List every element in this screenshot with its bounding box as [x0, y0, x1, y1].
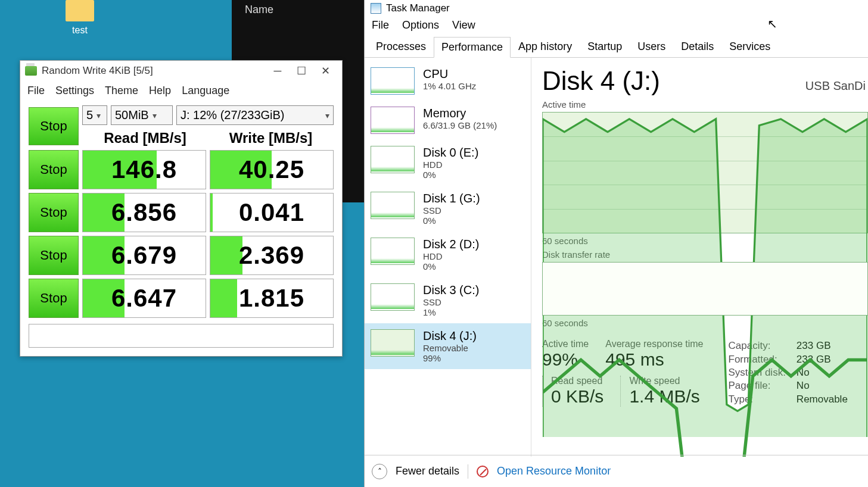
write-value-cell: 2.369 — [210, 236, 334, 275]
tab-users[interactable]: Users — [630, 36, 673, 57]
cdm-app-icon — [25, 66, 37, 76]
open-resource-monitor-link[interactable]: Open Resource Monitor — [497, 465, 611, 477]
sidebar-item-cpu[interactable]: CPU1% 4.01 GHz — [365, 61, 531, 101]
sidebar-item-title: Disk 4 (J:) — [423, 329, 477, 343]
sidebar-thumb — [371, 67, 415, 95]
sidebar-item-sub2: 0% — [423, 261, 479, 271]
desktop-folder-test[interactable]: test — [66, 0, 94, 36]
tm-titlebar[interactable]: Task Manager — [365, 0, 868, 17]
tm-menubar: File Options View — [365, 17, 868, 36]
header-write: Write [MB/s] — [208, 130, 334, 146]
cdm-status-bar — [29, 324, 334, 348]
write-value-cell: 40.25 — [210, 150, 334, 189]
fewer-details-label[interactable]: Fewer details — [396, 465, 459, 477]
disk-model: USB SanDi — [805, 79, 866, 93]
sidebar-item-title: Disk 0 (E:) — [423, 146, 478, 160]
sidebar-item-disk-1-g-[interactable]: Disk 1 (G:)SSD0% — [365, 186, 531, 232]
column-header-name[interactable]: Name — [245, 4, 351, 16]
sidebar-item-sub: 1% 4.01 GHz — [423, 81, 476, 91]
cdm-menubar: File Settings Theme Help Language — [20, 81, 342, 101]
chevron-down-icon: ▾ — [97, 111, 101, 120]
minimize-button[interactable]: ─ — [266, 65, 290, 77]
drive-select[interactable]: J: 12% (27/233GiB)▾ — [176, 105, 334, 125]
sidebar-item-title: CPU — [423, 67, 476, 81]
active-time-chart[interactable] — [542, 112, 868, 233]
runs-select[interactable]: 5▾ — [82, 105, 107, 125]
tab-startup[interactable]: Startup — [580, 36, 630, 57]
cdm-row: Stop6.6471.815 — [29, 279, 334, 318]
tm-menu-file[interactable]: File — [372, 19, 389, 32]
chevron-down-icon: ▾ — [325, 111, 329, 120]
run-test-button[interactable]: Stop — [29, 150, 79, 189]
sidebar-item-sub: SSD — [423, 297, 479, 307]
sidebar-item-sub2: 99% — [423, 353, 477, 363]
cdm-row: Stop6.8560.041 — [29, 193, 334, 232]
cdm-title-text: Random Write 4KiB [5/5] — [42, 65, 153, 77]
close-button[interactable]: ✕ — [313, 64, 337, 77]
run-test-button[interactable]: Stop — [29, 193, 79, 232]
mouse-cursor-icon: ↖ — [767, 17, 777, 31]
read-value-cell: 146.8 — [82, 150, 206, 189]
tm-main-panel: Disk 4 (J:) USB SanDi Active time 60 sec… — [531, 58, 868, 457]
chevron-down-icon: ▾ — [153, 111, 157, 120]
sidebar-item-disk-0-e-[interactable]: Disk 0 (E:)HDD0% — [365, 140, 531, 186]
sidebar-item-memory[interactable]: Memory6.6/31.9 GB (21%) — [365, 101, 531, 140]
sidebar-item-disk-4-j-[interactable]: Disk 4 (J:)Removable99% — [365, 323, 531, 369]
sidebar-item-sub: HDD — [423, 251, 479, 261]
cdm-titlebar[interactable]: Random Write 4KiB [5/5] ─ ☐ ✕ — [20, 61, 342, 81]
read-value-cell: 6.856 — [82, 193, 206, 232]
maximize-button[interactable]: ☐ — [290, 64, 313, 77]
sidebar-thumb — [371, 283, 415, 311]
header-read: Read [MB/s] — [82, 130, 208, 146]
tm-footer: ˄ Fewer details Open Resource Monitor — [365, 455, 868, 487]
sidebar-thumb — [371, 238, 415, 265]
size-select[interactable]: 50MiB▾ — [111, 105, 173, 125]
menu-settings[interactable]: Settings — [55, 85, 94, 97]
task-manager-window: Task Manager File Options View Processes… — [364, 0, 868, 487]
crystaldiskmark-window: Random Write 4KiB [5/5] ─ ☐ ✕ File Setti… — [20, 60, 343, 357]
tm-menu-view[interactable]: View — [452, 19, 475, 32]
read-value-cell: 6.647 — [82, 279, 206, 318]
tab-processes[interactable]: Processes — [368, 36, 434, 57]
tm-menu-options[interactable]: Options — [402, 19, 439, 32]
run-test-button[interactable]: Stop — [29, 236, 79, 275]
task-manager-icon — [371, 3, 381, 14]
sidebar-item-sub2: 0% — [423, 170, 478, 180]
tm-title-text: Task Manager — [386, 2, 450, 14]
chart1-label: Active time — [542, 99, 868, 110]
sidebar-thumb — [371, 329, 415, 357]
menu-file[interactable]: File — [27, 85, 45, 97]
sidebar-item-sub: 6.6/31.9 GB (21%) — [423, 120, 497, 130]
sidebar-item-disk-3-c-[interactable]: Disk 3 (C:)SSD1% — [365, 277, 531, 323]
read-value-cell: 6.679 — [82, 236, 206, 275]
sidebar-thumb — [371, 192, 415, 219]
tab-app-history[interactable]: App history — [511, 36, 580, 57]
sidebar-item-disk-2-d-[interactable]: Disk 2 (D:)HDD0% — [365, 232, 531, 277]
tab-details[interactable]: Details — [673, 36, 721, 57]
cdm-row: Stop146.840.25 — [29, 150, 334, 189]
run-test-button[interactable]: Stop — [29, 279, 79, 318]
fewer-details-toggle[interactable]: ˄ — [372, 464, 387, 479]
sidebar-item-title: Disk 2 (D:) — [423, 238, 479, 251]
sidebar-item-sub2: 0% — [423, 216, 480, 226]
folder-icon — [66, 0, 94, 21]
disk-heading: Disk 4 (J:) — [542, 66, 660, 96]
sidebar-item-title: Disk 3 (C:) — [423, 283, 479, 297]
sidebar-item-sub: Removable — [423, 343, 477, 353]
tm-tabs: ProcessesPerformanceApp historyStartupUs… — [365, 36, 868, 58]
write-value-cell: 0.041 — [210, 193, 334, 232]
sidebar-item-title: Disk 1 (G:) — [423, 192, 480, 205]
write-value-cell: 1.815 — [210, 279, 334, 318]
run-all-button[interactable]: Stop — [29, 107, 79, 145]
tab-services[interactable]: Services — [721, 36, 778, 57]
transfer-rate-chart[interactable] — [542, 262, 868, 316]
menu-help[interactable]: Help — [149, 85, 171, 97]
sidebar-item-title: Memory — [423, 107, 497, 120]
sidebar-item-sub: HDD — [423, 160, 478, 170]
menu-language[interactable]: Language — [182, 85, 229, 97]
tab-performance[interactable]: Performance — [434, 37, 511, 58]
sidebar-thumb — [371, 107, 415, 134]
menu-theme[interactable]: Theme — [105, 85, 138, 97]
sidebar-item-sub: SSD — [423, 205, 480, 216]
tm-sidebar[interactable]: CPU1% 4.01 GHzMemory6.6/31.9 GB (21%)Dis… — [365, 58, 531, 457]
